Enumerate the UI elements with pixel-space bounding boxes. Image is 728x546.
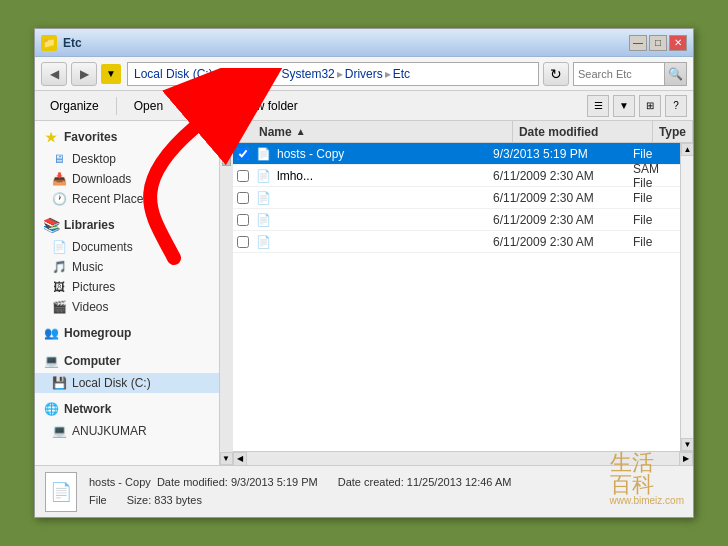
computer-label: Computer: [64, 354, 121, 368]
sidebar-scroll-track[interactable]: [220, 134, 233, 452]
anujkumar-label: ANUJKUMAR: [72, 424, 147, 438]
breadcrumb-part-3: System32: [281, 67, 334, 81]
pictures-label: Pictures: [72, 280, 115, 294]
file-list-header: Name ▲ Date modified Type: [233, 121, 693, 143]
file-name: lmho...: [273, 169, 493, 183]
file-date: 6/11/2009 2:30 AM: [493, 213, 633, 227]
sidebar-item-anujkumar[interactable]: 💻 ANUJKUMAR: [35, 421, 219, 441]
sidebar-item-recent[interactable]: 🕐 Recent Places: [35, 189, 219, 209]
title-bar: 📁 Etc — □ ✕: [35, 29, 693, 57]
pictures-icon: 🖼: [51, 279, 67, 295]
sidebar-item-desktop[interactable]: 🖥 Desktop: [35, 149, 219, 169]
help-button[interactable]: ?: [665, 95, 687, 117]
watermark-chinese: 生活百科: [610, 452, 674, 496]
name-column-header[interactable]: Name ▲: [253, 121, 513, 142]
breadcrumb[interactable]: Local Disk (C:) ▸ Windows ▸ System32 ▸ D…: [127, 62, 539, 86]
videos-label: Videos: [72, 300, 108, 314]
type-column-header[interactable]: Type: [653, 121, 693, 142]
sidebar-scroll-down[interactable]: ▼: [220, 452, 233, 465]
main-content: ★ Favorites 🖥 Desktop 📥 Downloads 🕐 Rece…: [35, 121, 693, 465]
row-checkbox[interactable]: [233, 236, 253, 248]
file-date: 9/3/2013 5:19 PM: [493, 147, 633, 161]
file-list: 📄 hosts - Copy 9/3/2013 5:19 PM File 📄 l…: [233, 143, 680, 451]
sidebar-computer-header[interactable]: 💻 Computer: [35, 349, 219, 373]
location-icon: ▼: [101, 64, 121, 84]
music-label: Music: [72, 260, 103, 274]
row-checkbox[interactable]: [233, 170, 253, 182]
row-checkbox[interactable]: [233, 192, 253, 204]
new-folder-button[interactable]: New folder: [231, 95, 306, 117]
sidebar-item-documents[interactable]: 📄 Documents: [35, 237, 219, 257]
local-disk-label: Local Disk (C:): [72, 376, 151, 390]
sidebar-libraries-header[interactable]: 📚 Libraries: [35, 213, 219, 237]
view-large-button[interactable]: ⊞: [639, 95, 661, 117]
anujkumar-icon: 💻: [51, 423, 67, 439]
toolbar-right: ☰ ▼ ⊞ ?: [587, 95, 687, 117]
row-checkbox[interactable]: [233, 214, 253, 226]
window-title: Etc: [63, 36, 629, 50]
sidebar-favorites-header[interactable]: ★ Favorites: [35, 125, 219, 149]
sidebar-vertical-scrollbar[interactable]: ▲ ▼: [219, 121, 232, 465]
forward-button[interactable]: ▶: [71, 62, 97, 86]
back-button[interactable]: ◀: [41, 62, 67, 86]
h-scroll-right-button[interactable]: ▶: [679, 452, 693, 466]
file-type: File: [633, 191, 680, 205]
file-type: SAM File: [633, 162, 680, 190]
network-label: Network: [64, 402, 111, 416]
table-row[interactable]: 📄 6/11/2009 2:30 AM File: [233, 187, 680, 209]
close-button[interactable]: ✕: [669, 35, 687, 51]
h-scroll-left-button[interactable]: ◀: [233, 452, 247, 466]
breadcrumb-part-1: Local Disk (C:): [134, 67, 213, 81]
file-list-container: 📄 hosts - Copy 9/3/2013 5:19 PM File 📄 l…: [233, 143, 693, 451]
table-row[interactable]: 📄 6/11/2009 2:30 AM File: [233, 231, 680, 253]
favorites-icon: ★: [43, 129, 59, 145]
sidebar-scroll-thumb[interactable]: [222, 136, 231, 166]
status-row-2: File Size: 833 bytes: [89, 492, 511, 510]
documents-icon: 📄: [51, 239, 67, 255]
file-scroll-up[interactable]: ▲: [681, 143, 693, 156]
table-row[interactable]: 📄 lmho... 6/11/2009 2:30 AM SAM File: [233, 165, 680, 187]
sidebar: ★ Favorites 🖥 Desktop 📥 Downloads 🕐 Rece…: [35, 121, 219, 465]
sort-indicator: ▲: [296, 126, 306, 137]
toolbar-separator-1: [116, 97, 117, 115]
search-button[interactable]: 🔍: [664, 63, 686, 85]
refresh-button[interactable]: ↻: [543, 62, 569, 86]
file-type: File: [633, 235, 680, 249]
watermark: 生活百科 www.bimeiz.com: [610, 495, 684, 506]
file-icon: 📄: [253, 213, 273, 227]
sidebar-item-videos[interactable]: 🎬 Videos: [35, 297, 219, 317]
file-type: File: [633, 147, 680, 161]
sidebar-item-pictures[interactable]: 🖼 Pictures: [35, 277, 219, 297]
file-icon: 📄: [253, 235, 273, 249]
file-icon: 📄: [253, 191, 273, 205]
maximize-button[interactable]: □: [649, 35, 667, 51]
file-scroll-down[interactable]: ▼: [681, 438, 693, 451]
explorer-window: 📁 Etc — □ ✕ ◀ ▶ ▼ Local Disk (C:) ▸ Wind…: [34, 28, 694, 518]
status-filename: hosts - Copy Date modified: 9/3/2013 5:1…: [89, 474, 318, 492]
window-icon: 📁: [41, 35, 57, 51]
file-scroll-track[interactable]: [681, 156, 693, 438]
breadcrumb-sep-2: ▸: [273, 67, 279, 81]
status-row-1: hosts - Copy Date modified: 9/3/2013 5:1…: [89, 474, 511, 492]
open-button[interactable]: Open: [125, 95, 172, 117]
favorites-label: Favorites: [64, 130, 117, 144]
sidebar-item-music[interactable]: 🎵 Music: [35, 257, 219, 277]
search-input[interactable]: [574, 63, 664, 85]
sidebar-item-downloads[interactable]: 📥 Downloads: [35, 169, 219, 189]
burn-button[interactable]: Burn: [180, 95, 223, 117]
breadcrumb-sep-4: ▸: [385, 67, 391, 81]
view-dropdown-button[interactable]: ▼: [613, 95, 635, 117]
table-row[interactable]: 📄 6/11/2009 2:30 AM File: [233, 209, 680, 231]
sidebar-item-local-disk[interactable]: 💾 Local Disk (C:): [35, 373, 219, 393]
minimize-button[interactable]: —: [629, 35, 647, 51]
file-date: 6/11/2009 2:30 AM: [493, 169, 633, 183]
sidebar-homegroup-header[interactable]: 👥 Homegroup: [35, 321, 219, 345]
date-column-header[interactable]: Date modified: [513, 121, 653, 142]
file-vertical-scrollbar[interactable]: ▲ ▼: [680, 143, 693, 451]
sidebar-network-header[interactable]: 🌐 Network: [35, 397, 219, 421]
sidebar-scroll-up[interactable]: ▲: [220, 121, 233, 134]
row-checkbox[interactable]: [233, 148, 253, 160]
view-details-button[interactable]: ☰: [587, 95, 609, 117]
organize-button[interactable]: Organize: [41, 95, 108, 117]
table-row[interactable]: 📄 hosts - Copy 9/3/2013 5:19 PM File: [233, 143, 680, 165]
